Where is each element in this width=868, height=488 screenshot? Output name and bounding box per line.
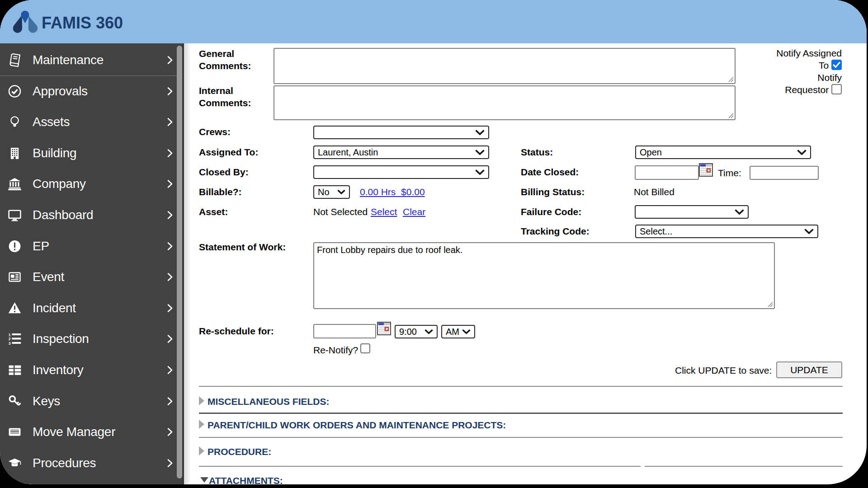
svg-text:1: 1 bbox=[9, 333, 11, 337]
svg-text:3: 3 bbox=[9, 341, 11, 346]
svg-text:2: 2 bbox=[9, 337, 11, 342]
